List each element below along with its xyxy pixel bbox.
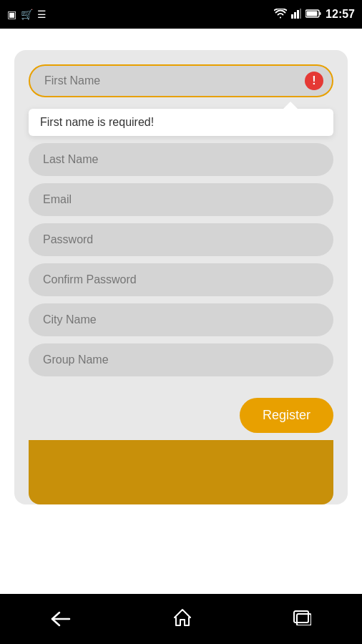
city-name-wrapper bbox=[29, 303, 333, 336]
status-bar-right: 12:57 bbox=[274, 8, 355, 21]
main-content: ! First name is required! bbox=[0, 29, 362, 594]
error-icon: ! bbox=[305, 72, 323, 90]
register-button[interactable]: Register bbox=[240, 398, 333, 433]
confirm-password-wrapper bbox=[29, 263, 333, 296]
last-name-input[interactable] bbox=[29, 143, 333, 176]
email-wrapper bbox=[29, 183, 333, 216]
validation-tooltip: First name is required! bbox=[29, 102, 333, 136]
city-name-input[interactable] bbox=[29, 303, 333, 336]
status-time: 12:57 bbox=[326, 8, 355, 21]
status-bar-left: ▣ 🛒 ☰ bbox=[7, 9, 47, 20]
button-area: Register bbox=[29, 391, 333, 444]
status-bar: ▣ 🛒 ☰ 12:5 bbox=[0, 0, 362, 29]
tooltip-message: First name is required! bbox=[29, 109, 333, 136]
tooltip-arrow bbox=[283, 102, 298, 109]
group-name-input[interactable] bbox=[29, 343, 333, 376]
svg-rect-1 bbox=[294, 12, 296, 19]
recent-apps-button[interactable] bbox=[293, 610, 311, 628]
wifi-icon bbox=[274, 9, 287, 21]
form-fields: ! First name is required! bbox=[29, 64, 333, 391]
back-button[interactable] bbox=[51, 611, 72, 627]
first-name-input[interactable] bbox=[29, 64, 333, 97]
battery-icon bbox=[305, 9, 321, 20]
notification-icon: ▣ bbox=[7, 9, 16, 20]
first-name-wrapper: ! bbox=[29, 64, 333, 97]
last-name-wrapper bbox=[29, 143, 333, 176]
group-name-wrapper bbox=[29, 343, 333, 376]
confirm-password-input[interactable] bbox=[29, 263, 333, 296]
password-input[interactable] bbox=[29, 223, 333, 256]
password-wrapper bbox=[29, 223, 333, 256]
svg-rect-6 bbox=[320, 12, 321, 15]
svg-rect-3 bbox=[300, 9, 301, 19]
signal-icon bbox=[291, 9, 301, 21]
svg-rect-2 bbox=[297, 10, 299, 19]
registration-card: ! First name is required! bbox=[14, 50, 348, 504]
store-icon: 🛒 bbox=[21, 9, 33, 20]
svg-marker-8 bbox=[175, 610, 190, 625]
nav-bar bbox=[0, 594, 362, 644]
home-button[interactable] bbox=[173, 608, 192, 630]
gold-footer-bar bbox=[29, 440, 333, 504]
barcode-icon: ☰ bbox=[37, 9, 47, 20]
svg-rect-5 bbox=[307, 11, 318, 16]
email-input[interactable] bbox=[29, 183, 333, 216]
svg-rect-0 bbox=[291, 14, 293, 19]
